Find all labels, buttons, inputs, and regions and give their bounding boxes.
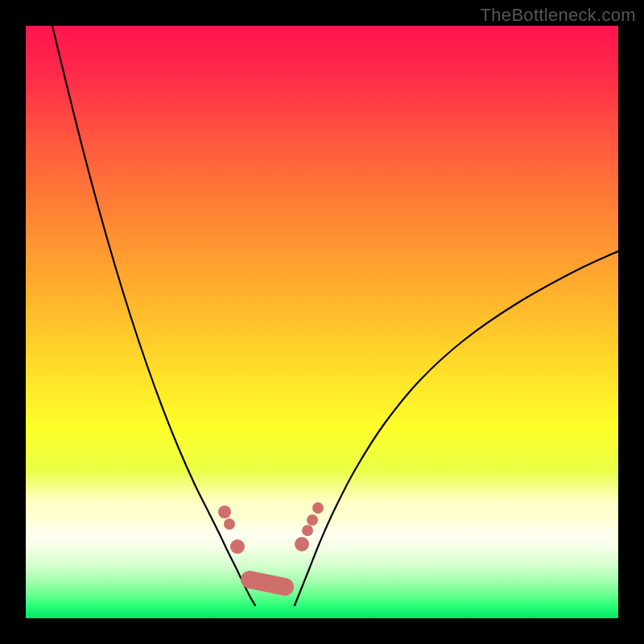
data-marker	[302, 525, 313, 536]
data-marker	[307, 514, 318, 526]
watermark-text: TheBottleneck.com	[481, 5, 636, 26]
right-curve	[295, 251, 618, 605]
markers-left	[218, 506, 245, 554]
data-marker	[218, 506, 231, 518]
chart-frame: TheBottleneck.com	[0, 0, 644, 644]
left-curve	[52, 26, 255, 605]
bottom-pill	[241, 571, 294, 596]
data-marker	[230, 539, 245, 554]
data-marker	[312, 502, 324, 514]
data-marker	[224, 518, 235, 530]
curve-layer	[26, 26, 618, 618]
data-marker	[295, 537, 309, 551]
plot-area	[26, 26, 618, 618]
